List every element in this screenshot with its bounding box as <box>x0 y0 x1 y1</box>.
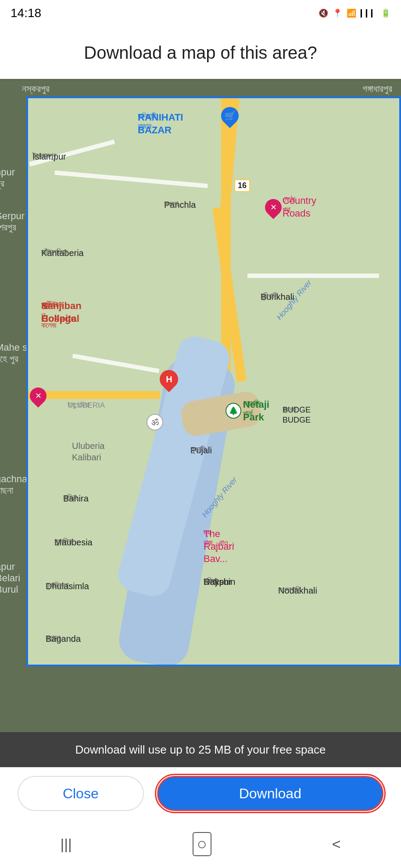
bottom-buttons-container: Close Download <box>0 767 401 820</box>
outer-label-gachhna: gachnaগাছনা <box>0 473 27 496</box>
close-button[interactable]: Close <box>18 776 144 811</box>
battery-icon: 🔋 <box>381 8 390 18</box>
outer-label-serpur: Serpurশেরপুর <box>0 210 25 233</box>
status-icons: 🔇 📍 📶 ▎▎▎ 🔋 <box>319 8 390 18</box>
outer-label-gangadharpur: গঙ্গাধারপুর <box>362 83 392 95</box>
mute-icon: 🔇 <box>319 8 328 18</box>
outer-label-noshkorpur: নস্করপুর <box>22 83 50 95</box>
status-bar: 14:18 🔇 📍 📶 ▎▎▎ 🔋 <box>0 0 401 26</box>
info-bar: Download will use up to 25 MB of your fr… <box>0 732 401 767</box>
map-selection-box <box>26 96 401 666</box>
outer-label-npur: npurপুর <box>0 167 15 189</box>
info-text: Download will use up to 25 MB of your fr… <box>75 743 326 757</box>
map-container: নস্করপুর গঙ্গাধারপুর npurপুর Serpurশেরপু… <box>0 79 401 732</box>
nav-recent-apps[interactable]: ||| <box>60 836 72 853</box>
dialog-header: Download a map of this area? <box>0 26 401 79</box>
signal-icon: ▎▎▎ <box>361 9 376 18</box>
wifi-icon: 📶 <box>347 8 356 18</box>
outer-label-apur: apurBelariBurul <box>0 561 20 595</box>
download-button[interactable]: Download <box>157 776 383 811</box>
nav-bar: ||| ○ < <box>0 820 401 868</box>
dialog-title: Download a map of this area? <box>84 43 317 63</box>
status-time: 14:18 <box>11 6 41 20</box>
nav-home-button[interactable]: ○ <box>193 832 211 856</box>
location-icon: 📍 <box>333 8 342 18</box>
nav-back-button[interactable]: < <box>332 836 341 853</box>
